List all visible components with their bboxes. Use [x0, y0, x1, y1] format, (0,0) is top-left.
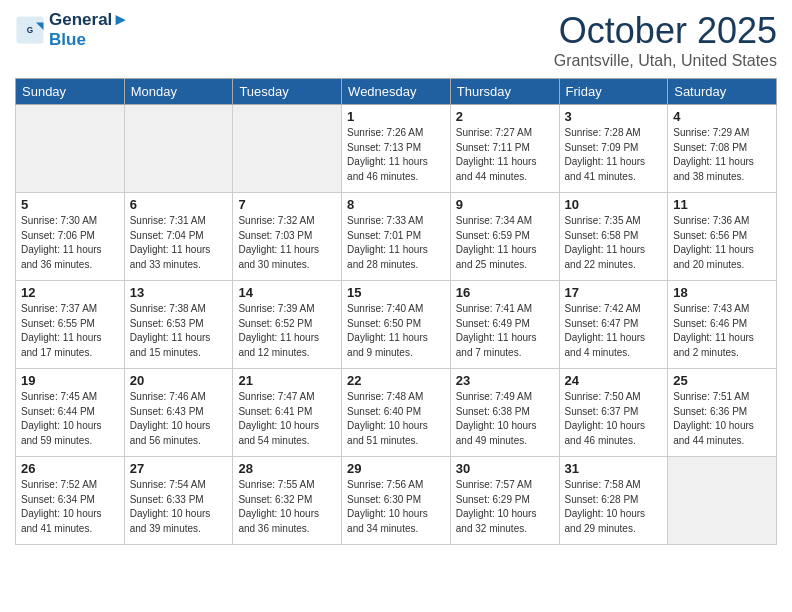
- day-info: Sunrise: 7:31 AMSunset: 7:04 PMDaylight:…: [130, 214, 228, 272]
- calendar-cell: 14Sunrise: 7:39 AMSunset: 6:52 PMDayligh…: [233, 281, 342, 369]
- calendar-cell: 16Sunrise: 7:41 AMSunset: 6:49 PMDayligh…: [450, 281, 559, 369]
- logo: G General► Blue: [15, 10, 129, 50]
- calendar-cell: [668, 457, 777, 545]
- day-info: Sunrise: 7:33 AMSunset: 7:01 PMDaylight:…: [347, 214, 445, 272]
- day-info: Sunrise: 7:27 AMSunset: 7:11 PMDaylight:…: [456, 126, 554, 184]
- calendar-week-3: 12Sunrise: 7:37 AMSunset: 6:55 PMDayligh…: [16, 281, 777, 369]
- day-number: 3: [565, 109, 663, 124]
- calendar-cell: 18Sunrise: 7:43 AMSunset: 6:46 PMDayligh…: [668, 281, 777, 369]
- day-info: Sunrise: 7:48 AMSunset: 6:40 PMDaylight:…: [347, 390, 445, 448]
- page-container: G General► Blue October 2025 Grantsville…: [0, 0, 792, 555]
- day-number: 5: [21, 197, 119, 212]
- day-number: 23: [456, 373, 554, 388]
- day-info: Sunrise: 7:28 AMSunset: 7:09 PMDaylight:…: [565, 126, 663, 184]
- day-info: Sunrise: 7:57 AMSunset: 6:29 PMDaylight:…: [456, 478, 554, 536]
- calendar-cell: 17Sunrise: 7:42 AMSunset: 6:47 PMDayligh…: [559, 281, 668, 369]
- day-info: Sunrise: 7:42 AMSunset: 6:47 PMDaylight:…: [565, 302, 663, 360]
- day-info: Sunrise: 7:35 AMSunset: 6:58 PMDaylight:…: [565, 214, 663, 272]
- day-number: 16: [456, 285, 554, 300]
- calendar-cell: 6Sunrise: 7:31 AMSunset: 7:04 PMDaylight…: [124, 193, 233, 281]
- calendar-cell: 15Sunrise: 7:40 AMSunset: 6:50 PMDayligh…: [342, 281, 451, 369]
- day-number: 27: [130, 461, 228, 476]
- calendar-cell: 19Sunrise: 7:45 AMSunset: 6:44 PMDayligh…: [16, 369, 125, 457]
- calendar-cell: 1Sunrise: 7:26 AMSunset: 7:13 PMDaylight…: [342, 105, 451, 193]
- day-info: Sunrise: 7:36 AMSunset: 6:56 PMDaylight:…: [673, 214, 771, 272]
- day-info: Sunrise: 7:47 AMSunset: 6:41 PMDaylight:…: [238, 390, 336, 448]
- weekday-header-row: SundayMondayTuesdayWednesdayThursdayFrid…: [16, 79, 777, 105]
- day-number: 9: [456, 197, 554, 212]
- weekday-header-sunday: Sunday: [16, 79, 125, 105]
- calendar-week-2: 5Sunrise: 7:30 AMSunset: 7:06 PMDaylight…: [16, 193, 777, 281]
- calendar-week-5: 26Sunrise: 7:52 AMSunset: 6:34 PMDayligh…: [16, 457, 777, 545]
- day-info: Sunrise: 7:46 AMSunset: 6:43 PMDaylight:…: [130, 390, 228, 448]
- day-info: Sunrise: 7:37 AMSunset: 6:55 PMDaylight:…: [21, 302, 119, 360]
- calendar-cell: 4Sunrise: 7:29 AMSunset: 7:08 PMDaylight…: [668, 105, 777, 193]
- day-info: Sunrise: 7:51 AMSunset: 6:36 PMDaylight:…: [673, 390, 771, 448]
- month-title: October 2025: [554, 10, 777, 52]
- day-info: Sunrise: 7:32 AMSunset: 7:03 PMDaylight:…: [238, 214, 336, 272]
- calendar-cell: 8Sunrise: 7:33 AMSunset: 7:01 PMDaylight…: [342, 193, 451, 281]
- calendar-cell: 26Sunrise: 7:52 AMSunset: 6:34 PMDayligh…: [16, 457, 125, 545]
- weekday-header-wednesday: Wednesday: [342, 79, 451, 105]
- calendar-cell: 7Sunrise: 7:32 AMSunset: 7:03 PMDaylight…: [233, 193, 342, 281]
- day-number: 14: [238, 285, 336, 300]
- calendar-cell: [233, 105, 342, 193]
- day-number: 13: [130, 285, 228, 300]
- day-info: Sunrise: 7:40 AMSunset: 6:50 PMDaylight:…: [347, 302, 445, 360]
- day-number: 7: [238, 197, 336, 212]
- day-number: 4: [673, 109, 771, 124]
- day-info: Sunrise: 7:49 AMSunset: 6:38 PMDaylight:…: [456, 390, 554, 448]
- day-number: 29: [347, 461, 445, 476]
- day-number: 2: [456, 109, 554, 124]
- day-number: 17: [565, 285, 663, 300]
- day-number: 31: [565, 461, 663, 476]
- day-number: 25: [673, 373, 771, 388]
- day-number: 11: [673, 197, 771, 212]
- calendar-cell: 13Sunrise: 7:38 AMSunset: 6:53 PMDayligh…: [124, 281, 233, 369]
- day-info: Sunrise: 7:39 AMSunset: 6:52 PMDaylight:…: [238, 302, 336, 360]
- day-number: 19: [21, 373, 119, 388]
- day-info: Sunrise: 7:55 AMSunset: 6:32 PMDaylight:…: [238, 478, 336, 536]
- day-number: 20: [130, 373, 228, 388]
- day-info: Sunrise: 7:30 AMSunset: 7:06 PMDaylight:…: [21, 214, 119, 272]
- day-number: 15: [347, 285, 445, 300]
- calendar-cell: 23Sunrise: 7:49 AMSunset: 6:38 PMDayligh…: [450, 369, 559, 457]
- day-info: Sunrise: 7:54 AMSunset: 6:33 PMDaylight:…: [130, 478, 228, 536]
- day-info: Sunrise: 7:58 AMSunset: 6:28 PMDaylight:…: [565, 478, 663, 536]
- calendar-cell: 10Sunrise: 7:35 AMSunset: 6:58 PMDayligh…: [559, 193, 668, 281]
- calendar-cell: 31Sunrise: 7:58 AMSunset: 6:28 PMDayligh…: [559, 457, 668, 545]
- day-number: 28: [238, 461, 336, 476]
- page-header: G General► Blue October 2025 Grantsville…: [15, 10, 777, 70]
- day-info: Sunrise: 7:26 AMSunset: 7:13 PMDaylight:…: [347, 126, 445, 184]
- day-info: Sunrise: 7:34 AMSunset: 6:59 PMDaylight:…: [456, 214, 554, 272]
- day-info: Sunrise: 7:41 AMSunset: 6:49 PMDaylight:…: [456, 302, 554, 360]
- day-info: Sunrise: 7:45 AMSunset: 6:44 PMDaylight:…: [21, 390, 119, 448]
- calendar-table: SundayMondayTuesdayWednesdayThursdayFrid…: [15, 78, 777, 545]
- day-number: 1: [347, 109, 445, 124]
- calendar-week-1: 1Sunrise: 7:26 AMSunset: 7:13 PMDaylight…: [16, 105, 777, 193]
- logo-text: General► Blue: [49, 10, 129, 50]
- weekday-header-monday: Monday: [124, 79, 233, 105]
- day-number: 8: [347, 197, 445, 212]
- day-info: Sunrise: 7:29 AMSunset: 7:08 PMDaylight:…: [673, 126, 771, 184]
- weekday-header-thursday: Thursday: [450, 79, 559, 105]
- calendar-cell: 28Sunrise: 7:55 AMSunset: 6:32 PMDayligh…: [233, 457, 342, 545]
- calendar-cell: 29Sunrise: 7:56 AMSunset: 6:30 PMDayligh…: [342, 457, 451, 545]
- calendar-week-4: 19Sunrise: 7:45 AMSunset: 6:44 PMDayligh…: [16, 369, 777, 457]
- calendar-cell: 30Sunrise: 7:57 AMSunset: 6:29 PMDayligh…: [450, 457, 559, 545]
- day-number: 6: [130, 197, 228, 212]
- calendar-cell: [16, 105, 125, 193]
- day-info: Sunrise: 7:43 AMSunset: 6:46 PMDaylight:…: [673, 302, 771, 360]
- calendar-cell: 5Sunrise: 7:30 AMSunset: 7:06 PMDaylight…: [16, 193, 125, 281]
- day-number: 24: [565, 373, 663, 388]
- calendar-cell: 9Sunrise: 7:34 AMSunset: 6:59 PMDaylight…: [450, 193, 559, 281]
- calendar-cell: 3Sunrise: 7:28 AMSunset: 7:09 PMDaylight…: [559, 105, 668, 193]
- day-info: Sunrise: 7:52 AMSunset: 6:34 PMDaylight:…: [21, 478, 119, 536]
- weekday-header-tuesday: Tuesday: [233, 79, 342, 105]
- calendar-cell: 11Sunrise: 7:36 AMSunset: 6:56 PMDayligh…: [668, 193, 777, 281]
- weekday-header-saturday: Saturday: [668, 79, 777, 105]
- day-number: 10: [565, 197, 663, 212]
- calendar-cell: 27Sunrise: 7:54 AMSunset: 6:33 PMDayligh…: [124, 457, 233, 545]
- day-number: 22: [347, 373, 445, 388]
- calendar-cell: 21Sunrise: 7:47 AMSunset: 6:41 PMDayligh…: [233, 369, 342, 457]
